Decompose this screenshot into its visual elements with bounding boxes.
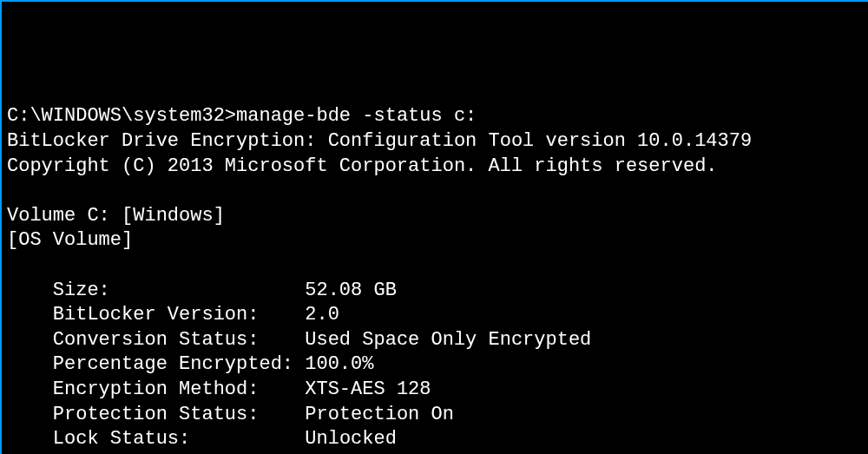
percentage-encrypted-value: 100.0% — [305, 353, 373, 375]
size-value: 52.08 GB — [305, 280, 397, 301]
protection-status-value: Protection On — [305, 404, 454, 425]
lock-status-value: Unlocked — [305, 428, 397, 450]
volume-identifier: Volume C: [Windows] — [7, 205, 225, 227]
conversion-status-value: Used Space Only Encrypted — [305, 329, 591, 351]
tool-header: BitLocker Drive Encryption: Configuratio… — [7, 130, 752, 152]
lock-status-label: Lock Status: — [53, 428, 190, 450]
conversion-status-label: Conversion Status: — [53, 329, 260, 351]
command-text: manage-bde -status c: — [236, 105, 477, 127]
command-prompt: C:\WINDOWS\system32> — [7, 105, 236, 127]
protection-status-label: Protection Status: — [53, 404, 260, 425]
volume-type: [OS Volume] — [7, 229, 133, 251]
bitlocker-version-label: BitLocker Version: — [53, 304, 260, 326]
percentage-encrypted-label: Percentage Encrypted: — [53, 353, 293, 375]
terminal-output: C:\WINDOWS\system32>manage-bde -status c… — [7, 104, 868, 454]
encryption-method-value: XTS-AES 128 — [305, 378, 431, 400]
size-label: Size: — [53, 280, 110, 301]
copyright-line: Copyright (C) 2013 Microsoft Corporation… — [7, 155, 718, 177]
encryption-method-label: Encryption Method: — [53, 378, 260, 400]
bitlocker-version-value: 2.0 — [305, 304, 339, 326]
